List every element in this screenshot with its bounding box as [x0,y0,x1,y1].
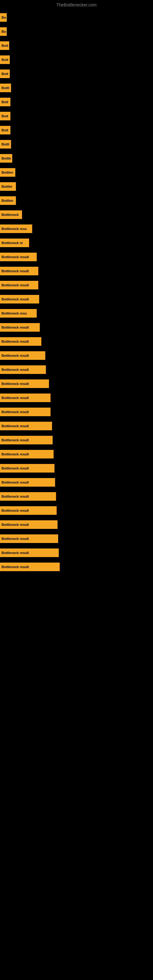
list-item: Bottle [0,153,153,164]
bar-label: Bottleneck result [0,478,55,487]
bar-label: Bottlen [0,196,16,205]
list-item: Bottlen [0,167,153,178]
bar-label: Bottleneck result [0,281,38,290]
list-item: Bott [0,40,153,51]
list-item: Bottleneck result [0,336,153,347]
site-title: TheBottlenecker.com [0,0,153,9]
list-item: Bottleneck result [0,519,153,530]
list-item: Bottlen [0,195,153,207]
list-item: Bottleneck result [0,491,153,502]
bar-label: Bottleneck result [0,407,51,416]
bar-label: Bottleneck result [0,450,54,458]
bar-label: Bottleneck result [0,549,59,557]
bar-label: Bottleneck result [0,535,58,543]
bar-label: Bottleneck resu [0,309,37,318]
bar-label: Bottle [0,154,12,162]
list-item: Bottleneck result [0,378,153,390]
bar-label: Bott [0,112,10,120]
bar-label: Bottl [0,84,11,92]
bar-label: Bottleneck result [0,436,53,444]
list-item: Bottleneck result [0,533,153,544]
list-item: Bottleneck resu [0,223,153,235]
list-item: Bo [0,12,153,23]
bar-label: Bottleneck result [0,267,38,275]
list-item: Bottleneck result [0,420,153,432]
list-item: Bottleneck result [0,321,153,333]
list-item: Bottleneck result [0,392,153,404]
list-item: Bo [0,26,153,37]
list-item: Bottleneck result [0,350,153,361]
list-item: Bottleneck re [0,237,153,249]
bar-label: Bott [0,56,10,64]
bar-label: Bottleneck result [0,351,45,360]
list-item: Bottleneck result [0,463,153,474]
bar-label: Bottleneck result [0,323,40,332]
bar-label: Bott [0,70,10,78]
list-item: Bottleneck result [0,449,153,460]
bar-label: Bottleneck result [0,422,52,430]
list-item: Bott [0,96,153,108]
list-item: Bottleneck result [0,477,153,488]
list-item: Bottleneck result [0,251,153,263]
bar-label: Bottleneck result [0,337,41,346]
bar-label: Bottl [0,140,11,148]
bar-label: Bottleneck result [0,393,51,402]
list-item: Bott [0,124,153,136]
list-item: Bottleneck result [0,406,153,418]
list-item: Bottler [0,181,153,192]
bar-label: Bottleneck result [0,520,57,529]
list-item: Bottleneck result [0,364,153,375]
bar-label: Bott [0,126,10,134]
bar-label: Bo [0,27,7,36]
bar-label: Bottleneck resu [0,224,32,233]
list-item: Bottl [0,138,153,150]
list-item: Bottleneck resu [0,307,153,319]
bar-label: Bottleneck result [0,365,46,374]
bar-label: Bott [0,98,10,106]
bar-label: Bottleneck result [0,506,57,515]
list-item: Bottleneck result [0,265,153,277]
bar-label: Bott [0,41,9,50]
bar-label: Bottleneck result [0,563,60,571]
bar-label: Bottleneck re [0,239,29,247]
list-item: Bott [0,110,153,122]
bar-label: Bottleneck result [0,253,37,261]
bar-label: Bo [0,13,7,22]
list-item: Bottleneck result [0,561,153,573]
bar-label: Bottleneck result [0,464,54,473]
bar-label: Bottleneck result [0,379,49,388]
bars-container: BoBoBottBottBottBottlBottBottBottBottlBo… [0,9,153,578]
list-item: Bottleneck result [0,293,153,305]
bar-label: Bottleneck result [0,295,39,304]
list-item: Bottleneck [0,209,153,221]
bar-label: Bottler [0,182,16,191]
bar-label: Bottleneck result [0,492,56,501]
bar-label: Bottleneck [0,210,22,219]
list-item: Bott [0,54,153,65]
list-item: Bottleneck result [0,279,153,291]
list-item: Bott [0,68,153,80]
bar-label: Bottlen [0,168,15,177]
list-item: Bottleneck result [0,434,153,446]
list-item: Bottl [0,82,153,94]
list-item: Bottleneck result [0,547,153,558]
list-item: Bottleneck result [0,505,153,516]
